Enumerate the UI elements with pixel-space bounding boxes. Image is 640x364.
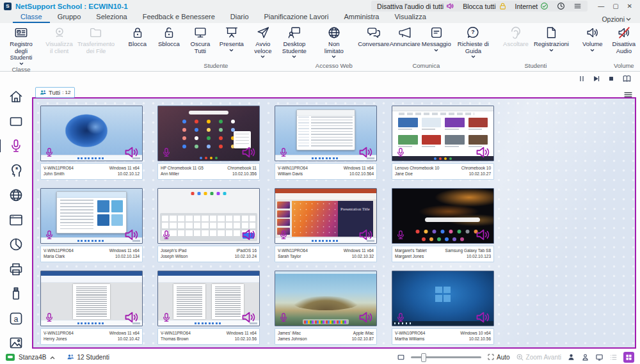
ribbon-button-registrazioni[interactable]: Registrazioni (532, 26, 571, 52)
student-screen[interactable] (157, 106, 260, 161)
student-screen[interactable] (40, 106, 143, 161)
student-thumbnail[interactable]: V-WIN11PRO64Henry JonesWindows 11 x6410.… (40, 271, 143, 345)
grid-view-button[interactable] (623, 352, 634, 363)
pause-icon[interactable] (578, 75, 586, 83)
teacher-view-button[interactable] (567, 353, 575, 361)
student-screen[interactable] (40, 271, 143, 326)
sidebar-item-browser-window[interactable] (8, 212, 24, 228)
student-screen[interactable] (392, 271, 494, 326)
student-name: James Johnson (278, 336, 307, 342)
list-view-button[interactable] (609, 353, 618, 361)
tab-pianificazione-lavori[interactable]: Pianificazione Lavori (257, 12, 337, 23)
student-thumbnail[interactable]: Presentation TitleV-WIN11PRO64Sarah Tayl… (275, 188, 377, 262)
tab-gruppo[interactable]: Gruppo (50, 12, 89, 23)
student-screen[interactable] (392, 106, 494, 161)
ribbon-button-desktop-studente[interactable]: Desktop Studente (279, 26, 310, 58)
close-button[interactable]: ✕ (627, 3, 632, 10)
student-thumbnail[interactable]: V-WIN11PRO64William DavisWindows 11 x641… (275, 106, 377, 180)
chevron-down-icon (434, 49, 438, 52)
ribbon-button-sblocca[interactable]: Sblocca (154, 26, 184, 48)
student-thumbnail[interactable]: HP Chromebook 11 G5Ann MillerChromebook … (157, 106, 260, 180)
machine-name: V-WIN11PRO64 (44, 248, 74, 253)
tab-classe[interactable]: Classe (13, 12, 50, 23)
fit-screen-icon (487, 353, 495, 361)
room-expand-button[interactable] (50, 354, 55, 361)
minimize-button[interactable]: — (598, 3, 604, 10)
student-view-button[interactable] (581, 353, 589, 361)
ribbon-button-non-limitato[interactable]: Non limitato (316, 26, 352, 58)
ribbon-button-presenta[interactable]: Presenta (216, 26, 247, 52)
mute-all-button[interactable]: Disattiva l'audio di tutti (377, 2, 454, 10)
zoom-in-button[interactable]: Zoom Avanti (516, 353, 561, 361)
sidebar-item-image[interactable] (8, 335, 24, 351)
student-screen[interactable]: Presentation Title (275, 188, 377, 244)
monitor-icon (595, 353, 604, 361)
ip-address: 10.02.10.24 (235, 253, 257, 259)
pie-chart-icon (8, 237, 24, 252)
ribbon-button-volume[interactable]: Volume (577, 26, 608, 52)
monitor-view-button[interactable] (595, 353, 604, 361)
student-thumbnail[interactable]: V-WIN11PRO64Maria ClarkWindows 11 x6410.… (40, 188, 143, 262)
student-screen[interactable] (157, 188, 260, 244)
skip-end-icon[interactable] (593, 75, 600, 83)
student-screen[interactable] (40, 188, 143, 244)
machine-name: HP Chromebook 11 G5 (161, 165, 204, 171)
microphone-icon (8, 138, 24, 154)
home-icon (8, 89, 24, 104)
student-screen[interactable] (392, 188, 494, 244)
magnifier-plus-icon (516, 353, 524, 361)
stop-icon[interactable] (607, 75, 615, 83)
tab-visualizza[interactable]: Visualizza (387, 12, 433, 23)
tab-diario[interactable]: Diario (223, 12, 257, 23)
student-thumbnail[interactable]: V-WIN11PRO64John SmithWindows 11 x6410.0… (40, 106, 143, 180)
tab-amministra[interactable]: Amministra (336, 12, 387, 23)
ribbon-group-label: Studenti (497, 61, 574, 71)
options-button[interactable]: Opzioni (602, 15, 640, 23)
ribbon-button-oscura-tutti[interactable]: Oscura Tutti (185, 26, 216, 54)
ribbon-button-disattiva-audio[interactable]: Disattiva Audio (609, 26, 639, 54)
auto-label: Auto (497, 354, 510, 361)
sidebar-item-head-ai[interactable]: * (8, 163, 24, 178)
ribbon-group-volume: VolumeDisattiva AudioRiattiva AudioVolum… (574, 23, 640, 71)
thumbnail-size-icon[interactable] (397, 353, 405, 361)
titlebar-menu-button[interactable] (573, 2, 582, 10)
zoom-slider[interactable] (411, 353, 481, 361)
student-screen[interactable] (275, 271, 377, 326)
student-label: HP Chromebook 11 G5Ann MillerChromebook … (157, 163, 260, 180)
ribbon-button-messaggio[interactable]: Messaggio (421, 26, 452, 52)
internet-status[interactable]: Internet (515, 2, 549, 10)
student-thumbnail[interactable]: James' iMacJames JohnsonApple iMac10.02.… (275, 271, 377, 345)
ribbon-button-registro-degli-studenti[interactable]: Registro degli Studenti (6, 26, 36, 65)
student-screen[interactable] (157, 271, 260, 326)
microphone-icon (278, 146, 289, 159)
auto-fit-button[interactable]: Auto (487, 353, 510, 361)
sidebar-item-monitor[interactable] (8, 114, 24, 129)
tab-feedback-e-benessere[interactable]: Feedback e Benessere (135, 12, 223, 23)
sidebar-item-pie-chart[interactable] (8, 237, 24, 252)
ribbon-button-conversare[interactable]: Conversare (358, 26, 389, 48)
student-thumbnail[interactable]: V-WIN11PRO64Thomas BrownWindows 11 x6410… (157, 271, 260, 345)
student-thumbnail[interactable]: Margaret's TabletMargaret JonesSamsung G… (392, 188, 494, 262)
student-screen[interactable] (275, 106, 377, 161)
clock-button[interactable] (557, 2, 565, 10)
layout-book-icon[interactable] (622, 74, 632, 83)
sidebar-item-printer[interactable] (8, 262, 24, 277)
lock-all-button[interactable]: Blocca tutti (463, 2, 506, 10)
ribbon-button-annunciare[interactable]: Annunciare (390, 26, 420, 48)
sidebar-item-home[interactable] (8, 89, 24, 104)
zoom-slider-thumb[interactable] (421, 353, 426, 362)
sidebar-item-usb-drive[interactable] (8, 286, 24, 301)
group-tab-tutti[interactable]: Tutti : 12 (35, 87, 75, 98)
student-thumbnail[interactable]: V-WIN10PRO64Martha WilliamsWindows 10 x6… (392, 271, 494, 345)
sidebar-item-globe[interactable] (8, 187, 24, 203)
sidebar-item-microphone[interactable] (8, 138, 24, 154)
maximize-button[interactable]: ▢ (612, 3, 618, 10)
students-count-label: 12 Studenti (77, 354, 109, 361)
ribbon-button-richieste-di-guida[interactable]: ?Richieste di Guida (452, 26, 494, 58)
ribbon-button-blocca[interactable]: Blocca (122, 26, 153, 48)
student-thumbnail[interactable]: Lenovo Chromebook 10Jane DoeChromebook 1… (392, 106, 494, 180)
ribbon-button-avvio-veloce[interactable]: Avvio veloce (248, 26, 278, 58)
student-thumbnail[interactable]: Joseph's iPadJoseph WilsoniPadOS 1610.02… (157, 188, 260, 262)
tab-seleziona[interactable]: Seleziona (88, 12, 134, 23)
sidebar-item-letter-a[interactable]: a (8, 311, 24, 326)
